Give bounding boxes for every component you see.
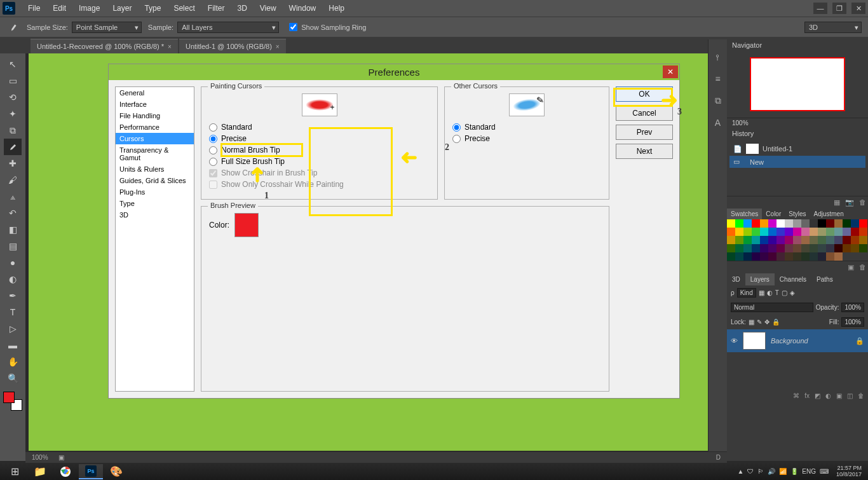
taskbar-chrome[interactable] <box>53 464 78 479</box>
ok-button[interactable]: OK <box>616 86 673 102</box>
menu-type[interactable]: Type <box>138 4 167 13</box>
link-icon[interactable]: ⌘ <box>793 392 799 399</box>
swatch[interactable] <box>768 228 776 236</box>
filter-icon[interactable]: ▦ <box>759 289 764 296</box>
swatch[interactable] <box>727 236 735 244</box>
eyedropper-tool[interactable] <box>4 139 22 155</box>
swatch[interactable] <box>768 244 776 252</box>
swatch[interactable] <box>810 252 818 261</box>
swatch[interactable] <box>810 236 818 244</box>
brush-tool[interactable]: 🖌 <box>4 172 22 188</box>
swatch[interactable] <box>735 219 743 228</box>
radio-input[interactable] <box>209 146 217 154</box>
navigator-preview[interactable] <box>727 51 868 118</box>
swatch[interactable] <box>760 244 768 252</box>
workspace-dropdown[interactable]: 3D <box>804 22 862 33</box>
prefs-sidebar-units-rulers[interactable]: Units & Rulers <box>116 163 194 175</box>
blur-tool[interactable]: ● <box>4 254 22 271</box>
filter-icon[interactable]: ▢ <box>782 289 787 296</box>
swatch[interactable] <box>818 252 826 261</box>
swatch[interactable] <box>793 252 801 261</box>
swatch[interactable] <box>810 244 818 252</box>
taskbar-photoshop[interactable]: Ps <box>79 464 103 479</box>
history-item[interactable]: ▭ New <box>729 156 865 168</box>
swatch[interactable] <box>793 219 801 228</box>
layers-tab[interactable]: Paths <box>811 273 838 285</box>
swatch[interactable] <box>727 252 735 261</box>
cancel-button[interactable]: Cancel <box>616 106 673 121</box>
swatch[interactable] <box>743 228 752 236</box>
swatch[interactable] <box>776 236 785 244</box>
next-button[interactable]: Next <box>616 144 673 159</box>
menu-image[interactable]: Image <box>72 4 106 13</box>
foreground-color-swatch[interactable] <box>3 392 15 403</box>
menu-view[interactable]: View <box>254 4 283 13</box>
swatch[interactable] <box>752 244 760 252</box>
swatch[interactable] <box>785 228 793 236</box>
other-cursor-option[interactable]: Standard <box>452 121 601 133</box>
swatch[interactable] <box>760 236 768 244</box>
swatch[interactable] <box>851 236 859 244</box>
swatch[interactable] <box>793 236 801 244</box>
layer-thumbnail[interactable] <box>743 332 766 350</box>
swatch[interactable] <box>793 228 801 236</box>
path-selection-tool[interactable]: ▷ <box>4 320 22 337</box>
painting-cursor-option[interactable]: Full Size Brush Tip <box>209 156 430 167</box>
prefs-sidebar-type[interactable]: Type <box>116 198 194 209</box>
history-doc-row[interactable]: 📄 Untitled-1 <box>729 142 865 156</box>
type-tool[interactable]: T <box>4 304 22 320</box>
swatch[interactable] <box>826 228 834 236</box>
swatch[interactable] <box>743 252 752 261</box>
prev-button[interactable]: Prev <box>616 125 673 140</box>
tray-icon[interactable]: 📶 <box>779 468 787 475</box>
trash-icon[interactable]: 🗑 <box>858 392 864 399</box>
show-sampling-ring-checkbox[interactable] <box>289 23 297 31</box>
taskbar-paint[interactable]: 🎨 <box>104 464 128 479</box>
swatch[interactable] <box>851 219 859 228</box>
zoom-tool[interactable]: 🔍 <box>4 370 22 387</box>
document-tab[interactable]: Untitled-1-Recovered @ 100% (RGB/8) *× <box>31 39 178 53</box>
menu-filter[interactable]: Filter <box>201 4 231 13</box>
prefs-sidebar-performance[interactable]: Performance <box>116 121 194 133</box>
adjustment-icon[interactable]: ◐ <box>825 392 831 399</box>
other-cursor-option[interactable]: Precise <box>452 133 601 144</box>
swatch[interactable] <box>834 244 843 252</box>
clone-stamp-tool[interactable]: ⟁ <box>4 188 22 205</box>
prefs-sidebar--d[interactable]: 3D <box>116 209 194 221</box>
swatch[interactable] <box>834 228 843 236</box>
radio-input[interactable] <box>209 123 217 132</box>
tab-close-icon[interactable]: × <box>168 43 172 50</box>
navigator-thumbnail[interactable] <box>750 57 845 111</box>
filter-icon[interactable]: ◈ <box>790 289 795 296</box>
swatch[interactable] <box>785 252 793 261</box>
swatch[interactable] <box>851 228 859 236</box>
tray-icon[interactable]: 🔋 <box>790 468 798 475</box>
taskbar-clock[interactable]: 21:57 PM 10/8/2017 <box>832 465 865 478</box>
tray-icon[interactable]: 🛡 <box>747 468 754 475</box>
swatches-tab[interactable]: Color <box>762 209 785 219</box>
menu-edit[interactable]: Edit <box>46 4 72 13</box>
swatch[interactable] <box>818 228 826 236</box>
swatch[interactable] <box>843 236 851 244</box>
minimize-button[interactable]: — <box>813 3 827 14</box>
swatch[interactable] <box>768 236 776 244</box>
menu-window[interactable]: Window <box>283 4 323 13</box>
start-button[interactable]: ⊞ <box>3 464 27 479</box>
swatch[interactable] <box>843 244 851 252</box>
swatch[interactable] <box>843 228 851 236</box>
dodge-tool[interactable]: ◐ <box>4 271 22 287</box>
new-layer-icon[interactable]: ◫ <box>847 392 853 399</box>
swatch[interactable] <box>743 236 752 244</box>
painting-cursor-option[interactable]: Standard <box>209 121 430 133</box>
swatch[interactable] <box>768 219 776 228</box>
swatch[interactable] <box>776 219 785 228</box>
dialog-close-button[interactable]: ✕ <box>663 65 678 78</box>
prefs-sidebar-cursors[interactable]: Cursors <box>116 133 194 144</box>
filter-icon[interactable]: ◐ <box>767 289 773 296</box>
swatch[interactable] <box>801 244 810 252</box>
magic-wand-tool[interactable]: ✦ <box>4 106 22 122</box>
swatch[interactable] <box>735 244 743 252</box>
strip-icon-1[interactable]: ⫯ <box>715 52 720 62</box>
swatch[interactable] <box>859 244 867 252</box>
mask-icon[interactable]: ◩ <box>815 392 820 399</box>
